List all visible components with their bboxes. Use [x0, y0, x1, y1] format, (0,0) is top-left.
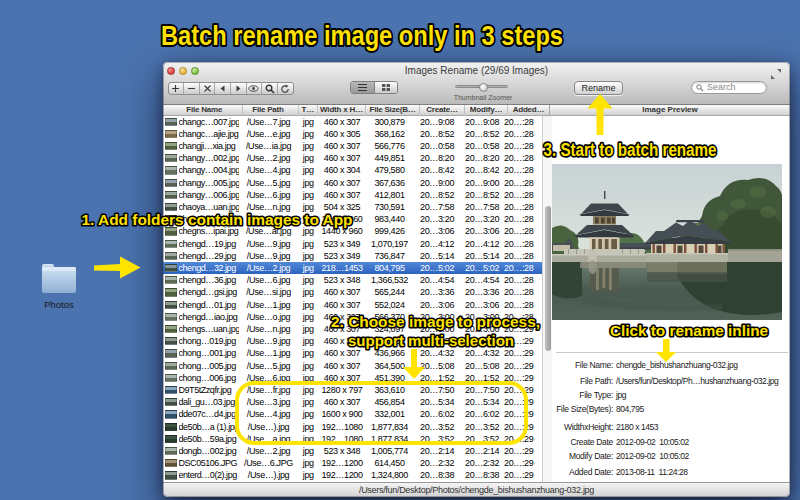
svg-text:Batch rename image only in 3 s: Batch rename image only in 3 steps — [161, 21, 563, 51]
